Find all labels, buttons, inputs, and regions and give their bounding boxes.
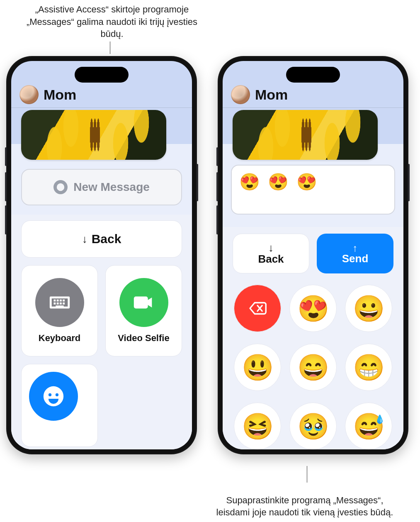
emoji-grid: 😍 😀 😃 😄 😁 😆 🥹 😅 <box>233 282 393 449</box>
callout-top-leader <box>110 41 110 54</box>
dynamic-island <box>75 67 129 83</box>
received-photo-message[interactable] <box>233 110 378 160</box>
screen-left: Mom New Message ↓ Back <box>11 61 192 449</box>
video-selfie-tile[interactable]: Video Selfie <box>105 265 182 356</box>
emoji-key[interactable]: 😁 <box>345 344 392 391</box>
new-message-placeholder: New Message <box>73 181 150 194</box>
action-row: ↓ Back ↑ Send <box>233 234 393 273</box>
screen-right: Mom 😍 😍 😍 ↓ Back ↑ Send <box>223 61 403 449</box>
send-button[interactable]: ↑ Send <box>317 234 393 273</box>
conversation-header: Mom <box>11 85 192 104</box>
emoji-key[interactable]: 😍 <box>289 285 337 332</box>
emoji-key[interactable]: 🥹 <box>289 402 337 449</box>
callout-bottom-leader <box>307 466 307 483</box>
emoji-key[interactable]: 😆 <box>234 402 281 449</box>
contact-name: Mom <box>44 87 76 103</box>
keyboard-label: Keyboard <box>39 333 80 344</box>
callout-bottom: Supaprastinkite programą „Messages“, lei… <box>216 494 394 519</box>
delete-icon <box>246 297 269 320</box>
input-method-grid: Keyboard Video Selfie <box>21 265 182 356</box>
delete-button[interactable] <box>234 285 281 332</box>
video-selfie-label: Video Selfie <box>118 333 169 344</box>
emoji-tile-partial[interactable] <box>21 364 98 447</box>
keyboard-tile[interactable]: Keyboard <box>21 265 98 356</box>
avatar <box>231 85 250 104</box>
arrow-down-icon: ↓ <box>82 233 87 246</box>
input-options-panel: ↓ Back Keyboard Video Selfie <box>11 215 192 449</box>
arrow-down-icon: ↓ <box>268 242 274 254</box>
video-icon <box>119 278 168 327</box>
send-label: Send <box>342 253 369 264</box>
compose-plus-icon <box>53 180 68 194</box>
emoji-key[interactable]: 😀 <box>345 285 392 332</box>
new-message-field[interactable]: New Message <box>21 169 182 205</box>
smiley-icon <box>29 372 78 421</box>
avatar <box>19 85 39 104</box>
emoji-keyboard-panel: ↓ Back ↑ Send 😍 <box>223 227 403 449</box>
conversation-header: Mom <box>223 85 403 104</box>
phone-pair: Mom New Message ↓ Back <box>6 56 415 454</box>
emoji-key[interactable]: 😄 <box>289 344 337 391</box>
emoji-key[interactable]: 😃 <box>234 344 281 391</box>
header-separator <box>11 107 192 108</box>
back-button[interactable]: ↓ Back <box>233 234 309 273</box>
back-label: Back <box>92 232 121 246</box>
received-photo-message[interactable] <box>21 110 166 160</box>
phone-left: Mom New Message ↓ Back <box>6 56 197 454</box>
keyboard-icon <box>35 278 84 327</box>
compose-field[interactable]: 😍 😍 😍 <box>231 165 395 215</box>
back-button[interactable]: ↓ Back <box>21 220 182 258</box>
contact-name: Mom <box>255 87 288 103</box>
emoji-key[interactable]: 😅 <box>345 402 392 449</box>
arrow-up-icon: ↑ <box>353 243 358 253</box>
dynamic-island <box>286 67 340 83</box>
phone-right: Mom 😍 😍 😍 ↓ Back ↑ Send <box>218 56 408 454</box>
back-label: Back <box>258 254 284 265</box>
callout-top: „Assistive Access“ skirtoje programoje „… <box>25 3 199 40</box>
header-separator <box>223 107 403 108</box>
